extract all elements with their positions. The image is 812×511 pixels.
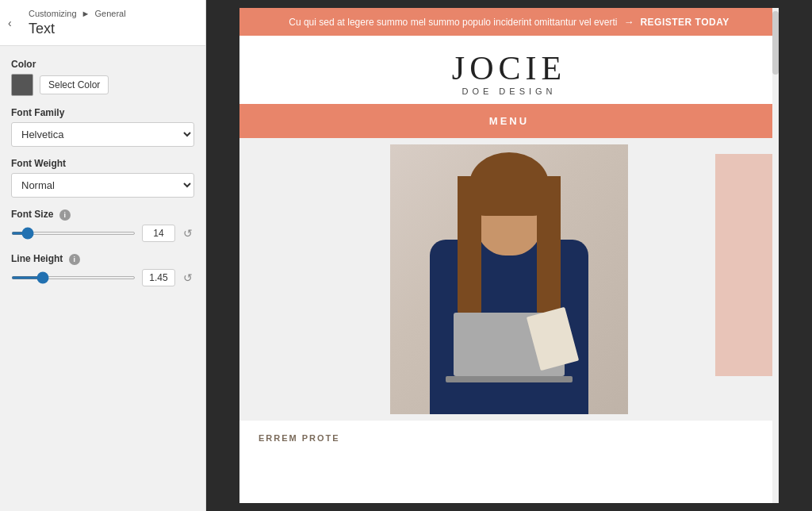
font-weight-select[interactable]: Normal Bold Light Italic (11, 173, 194, 198)
line-height-reset-button[interactable]: ↺ (182, 271, 194, 284)
page-title: Text (29, 21, 196, 37)
right-preview: Cu qui sed at legere summo mel summo pop… (206, 0, 812, 511)
banner-cta-text: REGISTER TODAY (640, 17, 729, 28)
line-height-info-icon: i (69, 254, 80, 265)
scrollbar-track[interactable] (772, 8, 779, 503)
brand-subtitle: DOE DESIGN (247, 86, 771, 96)
preview-errem-text: ERREM PROTE (239, 420, 779, 455)
color-control: Color Select Color (11, 59, 194, 96)
breadcrumb: Customizing ► General (29, 8, 196, 19)
font-weight-label: Font Weight (11, 158, 194, 169)
line-height-label: Line Height i (11, 253, 194, 265)
font-size-info-icon: i (59, 209, 71, 221)
banner-text: Cu qui sed at legere summo mel summo pop… (289, 17, 617, 28)
color-swatch[interactable] (11, 74, 33, 96)
back-button[interactable]: ‹ (8, 17, 12, 29)
line-height-input[interactable] (142, 269, 175, 286)
line-height-control: Line Height i ↺ (11, 253, 194, 286)
line-height-slider-row: ↺ (11, 269, 194, 286)
line-height-slider[interactable] (11, 276, 136, 279)
left-panel: ‹ Customizing ► General Text Color Selec… (0, 0, 206, 511)
preview-brand: JOCIE DOE DESIGN (239, 36, 779, 104)
breadcrumb-part2: General (95, 9, 126, 18)
color-label: Color (11, 59, 194, 70)
color-row: Select Color (11, 74, 194, 96)
brand-name: JOCIE (247, 52, 771, 85)
panel-body: Color Select Color Font Family Helvetica… (0, 46, 205, 299)
scrollbar-thumb[interactable] (772, 11, 779, 75)
font-size-reset-button[interactable]: ↺ (182, 227, 194, 240)
preview-banner: Cu qui sed at legere summo mel summo pop… (239, 8, 779, 36)
back-icon: ‹ (8, 17, 12, 29)
panel-header: ‹ Customizing ► General Text (0, 0, 205, 46)
font-family-label: Font Family (11, 107, 194, 118)
font-family-control: Font Family Helvetica Arial Georgia Time… (11, 107, 194, 147)
font-size-label: Font Size i (11, 209, 194, 221)
font-size-slider-row: ↺ (11, 225, 194, 242)
font-size-slider[interactable] (11, 232, 136, 235)
preview-menu-bar: MENU (239, 104, 779, 138)
font-size-input[interactable] (142, 225, 175, 242)
font-family-select[interactable]: Helvetica Arial Georgia Times New Roman … (11, 122, 194, 147)
preview-hero-image (239, 138, 779, 420)
font-weight-control: Font Weight Normal Bold Light Italic (11, 158, 194, 198)
select-color-button[interactable]: Select Color (40, 75, 109, 94)
breadcrumb-separator: ► (82, 9, 90, 18)
breadcrumb-part1: Customizing (29, 9, 77, 18)
preview-container: Cu qui sed at legere summo mel summo pop… (239, 8, 779, 503)
font-size-control: Font Size i ↺ (11, 209, 194, 242)
banner-arrow-icon: → (623, 16, 634, 28)
